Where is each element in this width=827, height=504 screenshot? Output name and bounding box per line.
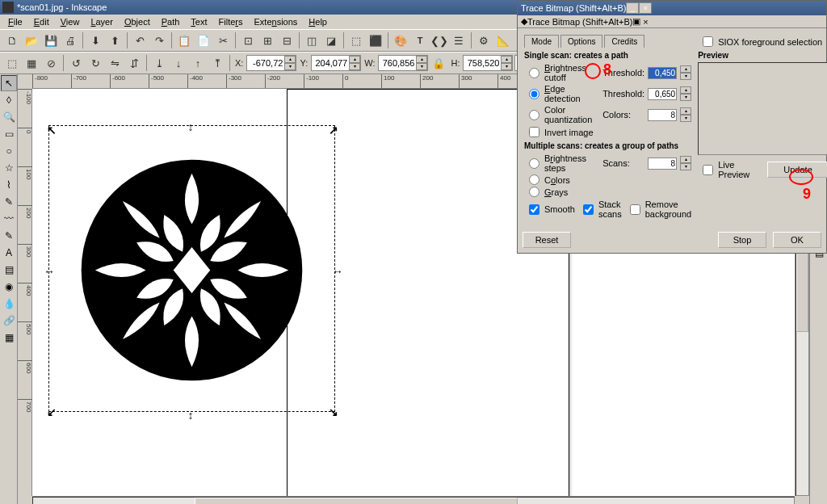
- ok-button[interactable]: OK: [773, 232, 821, 248]
- tool-9[interactable]: ✎: [1, 228, 17, 244]
- undo-icon[interactable]: ↶: [131, 32, 149, 49]
- docprefs-icon[interactable]: 📐: [494, 32, 512, 49]
- sel-layer-icon[interactable]: ▦: [23, 54, 40, 72]
- dialog-x-icon[interactable]: ×: [643, 17, 648, 27]
- menu-view[interactable]: View: [56, 16, 85, 27]
- save-icon[interactable]: 💾: [42, 32, 60, 49]
- raise-top-icon[interactable]: ⤒: [208, 54, 226, 72]
- dock-icon[interactable]: ▣: [632, 16, 640, 27]
- tool-14[interactable]: 🔗: [1, 313, 17, 329]
- stop-button[interactable]: Stop: [718, 232, 766, 248]
- threshold1-input[interactable]: [648, 67, 677, 79]
- dialog-close-icon[interactable]: ×: [639, 2, 652, 14]
- tool-5[interactable]: ☆: [1, 160, 17, 176]
- import-icon[interactable]: ⬇: [86, 32, 104, 49]
- unlink-icon[interactable]: ◪: [322, 32, 340, 49]
- tool-6[interactable]: ⌇: [1, 177, 17, 193]
- tool-4[interactable]: ○: [1, 143, 17, 159]
- copy-icon[interactable]: 📋: [175, 32, 193, 49]
- prefs-icon[interactable]: ⚙: [475, 32, 493, 49]
- zoom-sel-icon[interactable]: ⊟: [278, 32, 296, 49]
- ungroup-icon[interactable]: ⬛: [367, 32, 384, 49]
- redo-icon[interactable]: ↷: [150, 32, 168, 49]
- handle-br[interactable]: ↘: [329, 405, 337, 414]
- zoom-fit-icon[interactable]: ⊡: [239, 32, 257, 49]
- tool-15[interactable]: ▦: [1, 330, 17, 346]
- tool-10[interactable]: A: [1, 245, 17, 261]
- new-icon[interactable]: 🗋: [3, 32, 21, 49]
- fill-icon[interactable]: 🎨: [392, 32, 409, 49]
- tool-7[interactable]: ✎: [1, 194, 17, 210]
- group-icon[interactable]: ⬚: [347, 32, 365, 49]
- rotate-ccw-icon[interactable]: ↺: [67, 54, 85, 72]
- check-removebg[interactable]: [630, 204, 640, 215]
- tool-8[interactable]: 〰: [1, 211, 17, 227]
- export-icon[interactable]: ⬆: [106, 32, 124, 49]
- menu-text[interactable]: Text: [186, 16, 212, 27]
- flip-v-icon[interactable]: ⇵: [125, 54, 143, 72]
- reset-button[interactable]: Reset: [523, 232, 571, 248]
- clone-icon[interactable]: ◫: [303, 32, 321, 49]
- scrollbar-horizontal[interactable]: [32, 496, 795, 504]
- rotate-cw-icon[interactable]: ↻: [86, 54, 104, 72]
- check-invert[interactable]: [529, 127, 539, 137]
- x-input[interactable]: ▴▾: [246, 55, 296, 71]
- threshold2-input[interactable]: [648, 88, 677, 100]
- xml-icon[interactable]: ❮❯: [430, 32, 448, 49]
- radio-brightsteps[interactable]: [529, 158, 539, 169]
- handle-tl[interactable]: ↖: [47, 124, 55, 132]
- radio-colors[interactable]: [529, 174, 539, 185]
- menu-filters[interactable]: Filters: [214, 16, 248, 27]
- paste-icon[interactable]: 📄: [195, 32, 212, 49]
- flip-h-icon[interactable]: ⇋: [106, 54, 124, 72]
- handle-r[interactable]: ↔: [332, 265, 340, 273]
- handle-t[interactable]: ↕: [188, 120, 196, 128]
- colors-input[interactable]: [648, 109, 677, 121]
- handle-l[interactable]: ↔: [44, 265, 52, 273]
- radio-edge[interactable]: [529, 89, 539, 99]
- handle-tr[interactable]: ↗: [329, 124, 337, 132]
- open-icon[interactable]: 📂: [23, 32, 40, 49]
- tool-0[interactable]: ↖: [1, 75, 17, 91]
- sel-all-icon[interactable]: ⬚: [3, 54, 21, 72]
- dialog-min-icon[interactable]: _: [626, 2, 639, 14]
- handle-bl[interactable]: ↙: [47, 405, 55, 414]
- scans-input[interactable]: [648, 158, 677, 170]
- raise-icon[interactable]: ↑: [189, 54, 207, 72]
- lock-icon[interactable]: 🔒: [430, 54, 447, 72]
- menu-edit[interactable]: Edit: [29, 16, 54, 27]
- tool-3[interactable]: ▭: [1, 126, 17, 142]
- tool-11[interactable]: ▤: [1, 262, 17, 278]
- cut-icon[interactable]: ✂: [214, 32, 232, 49]
- menu-file[interactable]: FFileile: [3, 16, 27, 27]
- align-icon[interactable]: ☰: [450, 32, 468, 49]
- tab-options[interactable]: Options: [560, 35, 602, 48]
- menu-object[interactable]: Object: [120, 16, 155, 27]
- menu-layer[interactable]: Layer: [86, 16, 118, 27]
- check-stack[interactable]: [583, 204, 594, 215]
- menu-path[interactable]: Path: [157, 16, 185, 27]
- tool-2[interactable]: 🔍: [1, 109, 17, 125]
- desel-icon[interactable]: ⊘: [42, 54, 60, 72]
- tab-credits[interactable]: Credits: [604, 35, 644, 48]
- radio-colorquant[interactable]: [529, 110, 539, 120]
- radio-brightness[interactable]: [529, 68, 539, 78]
- h-input[interactable]: ▴▾: [463, 55, 513, 71]
- tab-mode[interactable]: Mode: [524, 35, 559, 48]
- check-smooth[interactable]: [529, 204, 539, 215]
- menu-help[interactable]: Help: [304, 16, 332, 27]
- print-icon[interactable]: 🖨: [61, 32, 79, 49]
- tool-1[interactable]: ◊: [1, 92, 17, 108]
- tool-12[interactable]: ◉: [1, 279, 17, 295]
- w-input[interactable]: ▴▾: [378, 55, 428, 71]
- lower-icon[interactable]: ↓: [170, 54, 187, 72]
- check-siox[interactable]: [703, 36, 713, 47]
- traced-image[interactable]: [77, 155, 307, 385]
- lower-bottom-icon[interactable]: ⤓: [150, 54, 168, 72]
- update-button[interactable]: Update: [767, 162, 827, 178]
- check-live[interactable]: [703, 165, 713, 175]
- y-input[interactable]: ▴▾: [311, 55, 361, 71]
- zoom-page-icon[interactable]: ⊞: [258, 32, 276, 49]
- handle-b[interactable]: ↕: [188, 409, 196, 417]
- text-tool-icon[interactable]: T: [411, 32, 429, 49]
